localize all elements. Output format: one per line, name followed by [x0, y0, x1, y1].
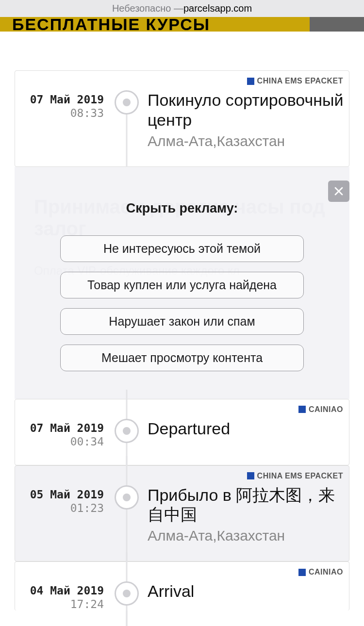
timeline-dot [110, 90, 144, 115]
event-time: 00:34 [20, 435, 104, 448]
event-time: 08:33 [20, 107, 104, 119]
carrier-label: CAINIAO [309, 568, 343, 577]
event-location: Алма-Ата,Казахстан [148, 133, 344, 149]
event-status: Покинуло сортировочный центр [148, 90, 344, 130]
carrier-tag: CAINIAO [298, 568, 343, 577]
timeline-dot [110, 419, 144, 443]
hide-ad-option-spam[interactable]: Нарушает закон или спам [60, 308, 304, 335]
event-date: 04 Май 2019 [20, 584, 104, 597]
insecure-label: Небезопасно — [112, 3, 183, 14]
carrier-tag: CAINIAO [298, 405, 343, 414]
event-date: 05 Май 2019 [20, 488, 104, 501]
carrier-label: CHINA EMS EPACKET [257, 472, 343, 480]
browser-address-bar: Небезопасно — parcelsapp.com [0, 0, 364, 17]
hide-ad-option-blocks-content[interactable]: Мешает просмотру контента [60, 345, 304, 371]
carrier-tag: CHINA EMS EPACKET [247, 472, 343, 480]
domain-label: parcelsapp.com [183, 3, 252, 14]
tracking-event-card: CHINA EMS EPACKET 07 Май 2019 08:33 Поки… [15, 70, 349, 167]
carrier-icon [247, 78, 254, 85]
timeline-dot [110, 485, 144, 510]
carrier-tag: CHINA EMS EPACKET [247, 77, 343, 85]
banner-text: БЕСПЛАТНЫЕ КУРСЫ [12, 17, 210, 32]
event-date: 07 Май 2019 [20, 93, 104, 106]
hide-ad-option-not-interested[interactable]: Не интересуюсь этой темой [60, 235, 304, 262]
close-ad-button[interactable] [328, 181, 349, 202]
event-status: Departured [148, 419, 344, 439]
banner-thumbnail [310, 17, 364, 32]
event-time: 01:23 [20, 502, 104, 514]
event-status: Прибыло в 阿拉木图，来自中国 [148, 485, 344, 525]
hide-ad-option-purchased[interactable]: Товар куплен или услуга найдена [60, 272, 304, 298]
carrier-label: CAINIAO [309, 405, 343, 414]
close-icon [334, 186, 344, 196]
event-location: Алма-Ата,Казахстан [148, 527, 344, 544]
tracking-event-card: CAINIAO 04 Май 2019 17:24 Arrival [15, 561, 349, 610]
timeline-dot [110, 581, 144, 606]
tracking-event-card: CHINA EMS EPACKET 05 Май 2019 01:23 Приб… [15, 465, 349, 562]
carrier-icon [298, 406, 306, 413]
carrier-label: CHINA EMS EPACKET [257, 77, 343, 85]
event-date: 07 Май 2019 [20, 422, 104, 434]
carrier-icon [298, 569, 306, 576]
hide-ad-modal: Скрыть рекламу: Не интересуюсь этой темо… [15, 201, 349, 371]
hide-ad-title: Скрыть рекламу: [126, 201, 238, 216]
top-ad-banner[interactable]: БЕСПЛАТНЫЕ КУРСЫ [0, 17, 364, 32]
ad-container: Принимаем дорогие часы под залог Оплата … [15, 167, 349, 399]
event-status: Arrival [148, 581, 344, 601]
carrier-icon [247, 472, 254, 479]
tracking-event-card: CAINIAO 07 Май 2019 00:34 Departured [15, 399, 349, 465]
event-time: 17:24 [20, 598, 104, 610]
